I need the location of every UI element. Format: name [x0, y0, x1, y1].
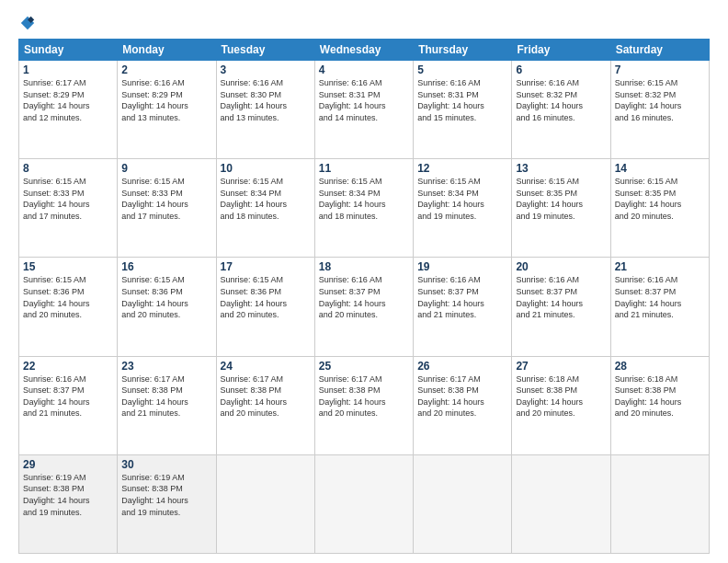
calendar-cell: 4Sunrise: 6:16 AMSunset: 8:31 PMDaylight…: [314, 61, 413, 159]
day-info: Sunrise: 6:18 AMSunset: 8:38 PMDaylight:…: [516, 373, 606, 419]
day-info: Sunrise: 6:17 AMSunset: 8:38 PMDaylight:…: [319, 373, 409, 419]
day-number: 4: [319, 63, 409, 76]
day-info: Sunrise: 6:19 AMSunset: 8:38 PMDaylight:…: [121, 472, 211, 518]
day-number: 9: [121, 162, 211, 175]
day-number: 27: [516, 360, 606, 373]
day-info: Sunrise: 6:17 AMSunset: 8:38 PMDaylight:…: [121, 373, 211, 419]
day-number: 21: [615, 260, 705, 273]
day-number: 14: [615, 162, 705, 175]
day-number: 8: [23, 162, 113, 175]
day-info: Sunrise: 6:19 AMSunset: 8:38 PMDaylight:…: [23, 472, 113, 518]
weekday-header-monday: Monday: [118, 40, 216, 61]
calendar-cell: 2Sunrise: 6:16 AMSunset: 8:29 PMDaylight…: [118, 61, 216, 159]
logo: [18, 15, 36, 31]
day-info: Sunrise: 6:18 AMSunset: 8:38 PMDaylight:…: [615, 373, 705, 419]
weekday-header-sunday: Sunday: [19, 40, 118, 61]
day-info: Sunrise: 6:16 AMSunset: 8:37 PMDaylight:…: [615, 274, 705, 320]
day-number: 2: [121, 63, 211, 76]
day-info: Sunrise: 6:15 AMSunset: 8:36 PMDaylight:…: [23, 274, 113, 320]
day-info: Sunrise: 6:15 AMSunset: 8:34 PMDaylight:…: [319, 176, 409, 222]
calendar-cell: 20Sunrise: 6:16 AMSunset: 8:37 PMDayligh…: [512, 258, 610, 356]
day-number: 18: [319, 260, 409, 273]
calendar-cell: 6Sunrise: 6:16 AMSunset: 8:32 PMDaylight…: [512, 61, 610, 159]
day-number: 13: [516, 162, 606, 175]
calendar-cell: 7Sunrise: 6:15 AMSunset: 8:32 PMDaylight…: [610, 61, 709, 159]
day-number: 3: [221, 63, 311, 76]
calendar-cell: 21Sunrise: 6:16 AMSunset: 8:37 PMDayligh…: [610, 258, 709, 356]
day-info: Sunrise: 6:16 AMSunset: 8:31 PMDaylight:…: [417, 77, 507, 123]
day-info: Sunrise: 6:16 AMSunset: 8:29 PMDaylight:…: [121, 77, 211, 123]
day-number: 23: [121, 360, 211, 373]
calendar-cell: 10Sunrise: 6:15 AMSunset: 8:34 PMDayligh…: [216, 159, 314, 258]
logo-icon: [19, 15, 36, 31]
day-info: Sunrise: 6:16 AMSunset: 8:30 PMDaylight:…: [221, 77, 311, 123]
day-number: 1: [23, 63, 113, 76]
day-info: Sunrise: 6:17 AMSunset: 8:38 PMDaylight:…: [221, 373, 311, 419]
day-number: 7: [615, 63, 705, 76]
weekday-header-tuesday: Tuesday: [216, 40, 314, 61]
day-info: Sunrise: 6:17 AMSunset: 8:29 PMDaylight:…: [23, 77, 113, 123]
page: SundayMondayTuesdayWednesdayThursdayFrid…: [0, 0, 728, 563]
day-info: Sunrise: 6:15 AMSunset: 8:35 PMDaylight:…: [615, 176, 705, 222]
day-info: Sunrise: 6:16 AMSunset: 8:31 PMDaylight:…: [319, 77, 409, 123]
calendar-cell: [314, 454, 413, 553]
weekday-header-thursday: Thursday: [414, 40, 512, 61]
calendar-cell: 15Sunrise: 6:15 AMSunset: 8:36 PMDayligh…: [19, 258, 118, 356]
calendar-cell: 30Sunrise: 6:19 AMSunset: 8:38 PMDayligh…: [118, 454, 216, 553]
day-number: 20: [516, 260, 606, 273]
calendar-cell: 12Sunrise: 6:15 AMSunset: 8:34 PMDayligh…: [414, 159, 512, 258]
calendar-cell: 28Sunrise: 6:18 AMSunset: 8:38 PMDayligh…: [610, 356, 709, 454]
calendar-cell: 1Sunrise: 6:17 AMSunset: 8:29 PMDaylight…: [19, 61, 118, 159]
calendar-header-row: SundayMondayTuesdayWednesdayThursdayFrid…: [19, 40, 710, 61]
calendar-cell: 9Sunrise: 6:15 AMSunset: 8:33 PMDaylight…: [118, 159, 216, 258]
calendar-cell: 29Sunrise: 6:19 AMSunset: 8:38 PMDayligh…: [19, 454, 118, 553]
day-info: Sunrise: 6:15 AMSunset: 8:35 PMDaylight:…: [516, 176, 606, 222]
day-number: 24: [221, 360, 311, 373]
day-number: 16: [121, 260, 211, 273]
logo-text: [18, 15, 36, 31]
calendar-row-4: 22Sunrise: 6:16 AMSunset: 8:37 PMDayligh…: [19, 356, 710, 454]
calendar-cell: 24Sunrise: 6:17 AMSunset: 8:38 PMDayligh…: [216, 356, 314, 454]
day-number: 12: [417, 162, 507, 175]
day-number: 6: [516, 63, 606, 76]
calendar-cell: 14Sunrise: 6:15 AMSunset: 8:35 PMDayligh…: [610, 159, 709, 258]
day-info: Sunrise: 6:15 AMSunset: 8:33 PMDaylight:…: [23, 176, 113, 222]
day-info: Sunrise: 6:16 AMSunset: 8:37 PMDaylight:…: [319, 274, 409, 320]
day-info: Sunrise: 6:17 AMSunset: 8:38 PMDaylight:…: [417, 373, 507, 419]
weekday-header-saturday: Saturday: [610, 40, 709, 61]
day-number: 22: [23, 360, 113, 373]
day-number: 30: [121, 458, 211, 471]
day-info: Sunrise: 6:15 AMSunset: 8:34 PMDaylight:…: [221, 176, 311, 222]
day-number: 5: [417, 63, 507, 76]
calendar-cell: 3Sunrise: 6:16 AMSunset: 8:30 PMDaylight…: [216, 61, 314, 159]
calendar-cell: 5Sunrise: 6:16 AMSunset: 8:31 PMDaylight…: [414, 61, 512, 159]
calendar-cell: 23Sunrise: 6:17 AMSunset: 8:38 PMDayligh…: [118, 356, 216, 454]
day-number: 11: [319, 162, 409, 175]
calendar-cell: [512, 454, 610, 553]
day-info: Sunrise: 6:16 AMSunset: 8:37 PMDaylight:…: [516, 274, 606, 320]
day-info: Sunrise: 6:16 AMSunset: 8:37 PMDaylight:…: [23, 373, 113, 419]
day-number: 19: [417, 260, 507, 273]
calendar-row-3: 15Sunrise: 6:15 AMSunset: 8:36 PMDayligh…: [19, 258, 710, 356]
day-number: 15: [23, 260, 113, 273]
calendar-cell: [216, 454, 314, 553]
day-number: 25: [319, 360, 409, 373]
calendar-cell: 19Sunrise: 6:16 AMSunset: 8:37 PMDayligh…: [414, 258, 512, 356]
calendar-cell: 13Sunrise: 6:15 AMSunset: 8:35 PMDayligh…: [512, 159, 610, 258]
calendar-cell: [610, 454, 709, 553]
calendar-row-1: 1Sunrise: 6:17 AMSunset: 8:29 PMDaylight…: [19, 61, 710, 159]
calendar-cell: 8Sunrise: 6:15 AMSunset: 8:33 PMDaylight…: [19, 159, 118, 258]
day-info: Sunrise: 6:16 AMSunset: 8:37 PMDaylight:…: [417, 274, 507, 320]
day-info: Sunrise: 6:15 AMSunset: 8:36 PMDaylight:…: [221, 274, 311, 320]
day-number: 29: [23, 458, 113, 471]
day-info: Sunrise: 6:16 AMSunset: 8:32 PMDaylight:…: [516, 77, 606, 123]
day-number: 17: [221, 260, 311, 273]
calendar-row-2: 8Sunrise: 6:15 AMSunset: 8:33 PMDaylight…: [19, 159, 710, 258]
calendar-cell: [414, 454, 512, 553]
day-info: Sunrise: 6:15 AMSunset: 8:34 PMDaylight:…: [417, 176, 507, 222]
day-info: Sunrise: 6:15 AMSunset: 8:33 PMDaylight:…: [121, 176, 211, 222]
day-number: 28: [615, 360, 705, 373]
day-info: Sunrise: 6:15 AMSunset: 8:36 PMDaylight:…: [121, 274, 211, 320]
day-number: 10: [221, 162, 311, 175]
day-info: Sunrise: 6:15 AMSunset: 8:32 PMDaylight:…: [615, 77, 705, 123]
